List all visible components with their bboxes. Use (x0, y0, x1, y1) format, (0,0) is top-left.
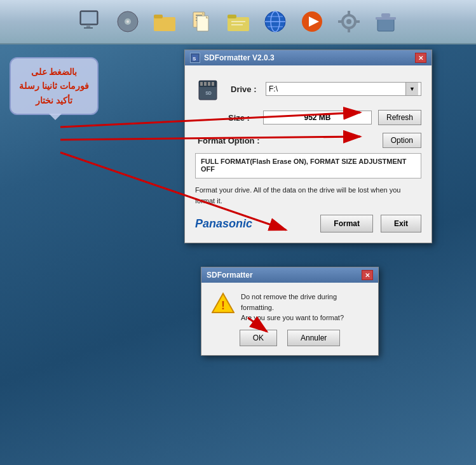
confirm-dialog: SDFormatter ✕ ! Do not remove the drive … (201, 267, 379, 356)
warning-text: Format your drive. All of the data on th… (195, 185, 421, 206)
cd-taskbar-icon[interactable] (112, 6, 144, 37)
sd-close-button[interactable]: ✕ (415, 53, 426, 63)
confirm-message: Do not remove the drive during formattin… (241, 292, 368, 323)
svg-text:!: ! (221, 299, 225, 312)
svg-rect-8 (154, 15, 163, 18)
svg-rect-34 (376, 17, 396, 20)
titlebar-left: S SDFormatter V2.0.3 (190, 53, 275, 63)
svg-rect-35 (381, 13, 390, 17)
format-info-box: FULL FORMAT(Flash Erase ON), FORMAT SIZE… (195, 153, 421, 179)
svg-text:S: S (193, 56, 196, 62)
warning-triangle-icon: ! (212, 292, 235, 314)
ok-button[interactable]: OK (240, 330, 277, 346)
confirm-titlebar: SDFormatter ✕ (201, 267, 378, 283)
option-button[interactable]: Option (383, 133, 421, 148)
svg-point-6 (126, 20, 129, 23)
confirm-message-line2: Are you sure you want to format? (241, 314, 344, 321)
svg-rect-48 (212, 82, 214, 86)
svg-rect-30 (348, 27, 350, 32)
computer-taskbar-icon[interactable] (75, 6, 107, 37)
annuler-button[interactable]: Annuler (287, 330, 340, 346)
svg-rect-31 (338, 20, 343, 23)
bottom-buttons: Format Exit (320, 215, 421, 232)
sd-formatter-window: S SDFormatter V2.0.3 ✕ SD Drive : F:\ (184, 50, 432, 243)
svg-rect-3 (84, 27, 93, 29)
drive-label: Drive : (231, 84, 259, 94)
svg-rect-2 (86, 25, 90, 27)
speech-bubble-text: بالضغط على فورمات ثانينا رسلة تأكيد نختا… (19, 67, 89, 105)
drive-value: F:\ (269, 84, 405, 93)
sd-titlebar: S SDFormatter V2.0.3 ✕ (185, 50, 432, 65)
svg-rect-18 (231, 21, 245, 22)
confirm-message-row: ! Do not remove the drive during formatt… (212, 292, 368, 323)
size-value: 952 MB (263, 111, 372, 125)
svg-rect-33 (377, 18, 394, 31)
panasonic-logo: Panasonic (195, 217, 252, 231)
svg-text:SD: SD (205, 91, 212, 95)
svg-rect-46 (204, 82, 207, 86)
svg-rect-17 (228, 15, 236, 18)
svg-rect-7 (154, 17, 175, 31)
titlebar-icon: S (190, 53, 200, 63)
svg-rect-32 (355, 20, 360, 23)
confirm-message-line1: Do not remove the drive during formattin… (241, 293, 337, 311)
recycle-taskbar-icon[interactable] (370, 6, 402, 37)
sd-card-icon: SD (195, 76, 222, 102)
files-taskbar-icon[interactable] (186, 6, 217, 37)
svg-rect-19 (231, 24, 243, 25)
media-taskbar-icon[interactable] (296, 6, 328, 37)
confirm-buttons: OK Annuler (212, 330, 368, 346)
refresh-button[interactable]: Refresh (378, 110, 421, 125)
folder2-taskbar-icon[interactable] (222, 6, 254, 37)
warning-text-content: Format your drive. All of the data on th… (195, 186, 400, 205)
svg-rect-47 (208, 82, 210, 86)
svg-rect-1 (81, 12, 97, 24)
svg-rect-29 (348, 11, 350, 16)
drive-select-container: F:\ ▼ (266, 82, 421, 96)
size-row: Size : 952 MB Refresh (195, 110, 421, 125)
folder-taskbar-icon[interactable] (149, 6, 180, 37)
format-option-label: Format Option : (198, 136, 376, 145)
drive-dropdown-arrow[interactable]: ▼ (405, 83, 418, 95)
svg-point-28 (346, 19, 351, 24)
taskbar (0, 0, 476, 44)
svg-rect-45 (200, 82, 203, 86)
confirm-title: SDFormatter (207, 271, 253, 280)
format-option-row: Format Option : Option (195, 133, 421, 148)
size-label: Size : (228, 113, 257, 123)
exit-button[interactable]: Exit (381, 215, 421, 232)
drive-row: SD Drive : F:\ ▼ (195, 76, 421, 102)
format-button[interactable]: Format (320, 215, 373, 232)
bottom-row: Panasonic Format Exit (195, 215, 421, 232)
sd-window-title: SDFormatter V2.0.3 (204, 53, 275, 62)
speech-bubble: بالضغط على فورمات ثانينا رسلة تأكيد نختا… (10, 57, 99, 115)
confirm-close-button[interactable]: ✕ (362, 270, 373, 280)
settings-taskbar-icon[interactable] (333, 6, 365, 37)
internet-taskbar-icon[interactable] (259, 6, 291, 37)
format-info-text: FULL FORMAT(Flash Erase ON), FORMAT SIZE… (201, 158, 407, 173)
confirm-content: ! Do not remove the drive during formatt… (201, 283, 378, 355)
sd-content: SD Drive : F:\ ▼ Size : 952 MB Refresh F… (185, 65, 432, 243)
